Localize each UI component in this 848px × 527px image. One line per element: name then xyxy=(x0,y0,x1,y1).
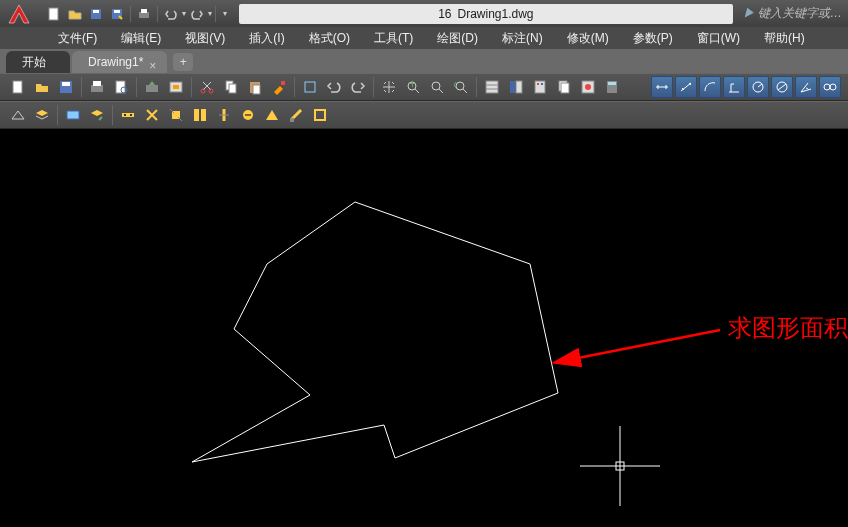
zoom-realtime-icon[interactable]: + xyxy=(402,76,424,98)
matchprop-icon[interactable] xyxy=(268,76,290,98)
dim-aligned-icon[interactable] xyxy=(675,76,697,98)
app-logo[interactable] xyxy=(0,0,40,27)
print-icon[interactable] xyxy=(86,76,108,98)
toolbar-row-2 xyxy=(0,101,848,129)
title-bar: ▾ ▾ ▾ 16 Drawing1.dwg ▶ 键入关键字或… xyxy=(0,0,848,27)
tab-add-button[interactable]: + xyxy=(173,53,193,71)
constraint9-icon[interactable] xyxy=(309,104,331,126)
paste-icon[interactable] xyxy=(244,76,266,98)
toolpalette-icon[interactable] xyxy=(529,76,551,98)
qat-customize-icon[interactable]: ▾ xyxy=(219,9,231,18)
constraint7-icon[interactable] xyxy=(261,104,283,126)
menu-help[interactable]: 帮助(H) xyxy=(752,27,817,49)
redo-icon[interactable] xyxy=(347,76,369,98)
dim-angular-icon[interactable] xyxy=(795,76,817,98)
dim-ordinate-icon[interactable] xyxy=(723,76,745,98)
vpoint-icon[interactable] xyxy=(7,104,29,126)
svg-text:+: + xyxy=(409,79,416,91)
block-icon[interactable] xyxy=(299,76,321,98)
separator xyxy=(112,105,113,125)
dropdown-icon[interactable]: ▾ xyxy=(208,9,212,18)
open-icon[interactable] xyxy=(31,76,53,98)
svg-rect-55 xyxy=(290,118,294,122)
drawing-canvas[interactable]: 求图形面积 xyxy=(0,129,848,527)
search-box[interactable]: ▶ 键入关键字或… xyxy=(737,5,848,22)
constraint4-icon[interactable] xyxy=(189,104,211,126)
save-icon[interactable] xyxy=(55,76,77,98)
constraint5-icon[interactable] xyxy=(213,104,235,126)
menu-dim[interactable]: 标注(N) xyxy=(490,27,555,49)
tab-label: Drawing1* xyxy=(88,55,143,69)
menu-view[interactable]: 视图(V) xyxy=(173,27,237,49)
tab-start[interactable]: 开始 xyxy=(6,51,70,73)
svg-point-28 xyxy=(456,82,464,90)
svg-rect-16 xyxy=(173,85,179,89)
undo-icon[interactable] xyxy=(161,4,181,24)
menu-insert[interactable]: 插入(I) xyxy=(237,27,296,49)
plot-icon[interactable] xyxy=(165,76,187,98)
separator xyxy=(130,6,131,22)
menu-param[interactable]: 参数(P) xyxy=(621,27,685,49)
constraint1-icon[interactable] xyxy=(117,104,139,126)
open-icon[interactable] xyxy=(65,4,85,24)
constraint8-icon[interactable] xyxy=(285,104,307,126)
new-icon[interactable] xyxy=(7,76,29,98)
separator xyxy=(157,6,158,22)
menu-draw[interactable]: 绘图(D) xyxy=(425,27,490,49)
svg-rect-9 xyxy=(62,82,70,86)
undo-icon[interactable] xyxy=(323,76,345,98)
title-text: 16 Drawing1.dwg xyxy=(239,4,733,24)
constraint6-icon[interactable] xyxy=(237,104,259,126)
sheetset-icon[interactable] xyxy=(553,76,575,98)
svg-rect-10 xyxy=(91,85,103,92)
menu-window[interactable]: 窗口(W) xyxy=(685,27,752,49)
svg-point-27 xyxy=(432,82,440,90)
menu-format[interactable]: 格式(O) xyxy=(297,27,362,49)
close-icon[interactable]: × xyxy=(149,55,161,67)
layerwalk-icon[interactable] xyxy=(86,104,108,126)
dim-diameter-icon[interactable] xyxy=(771,76,793,98)
dim-linear-icon[interactable] xyxy=(651,76,673,98)
menu-tools[interactable]: 工具(T) xyxy=(362,27,425,49)
dim-continue-icon[interactable] xyxy=(819,76,841,98)
svg-point-46 xyxy=(830,84,836,90)
title-version: 16 xyxy=(438,4,451,24)
quick-access-toolbar: ▾ ▾ ▾ xyxy=(40,4,235,24)
layerstate-icon[interactable] xyxy=(62,104,84,126)
pan-icon[interactable] xyxy=(378,76,400,98)
constraint3-icon[interactable] xyxy=(165,104,187,126)
menu-file[interactable]: 文件(F) xyxy=(46,27,109,49)
redo-icon[interactable] xyxy=(187,4,207,24)
dropdown-icon[interactable]: ▾ xyxy=(182,9,186,18)
canvas-svg xyxy=(0,129,848,527)
separator xyxy=(81,77,82,97)
svg-rect-23 xyxy=(281,81,285,85)
markup-icon[interactable] xyxy=(577,76,599,98)
zoom-previous-icon[interactable] xyxy=(450,76,472,98)
save-icon[interactable] xyxy=(86,4,106,24)
menu-bar: 文件(F) 编辑(E) 视图(V) 插入(I) 格式(O) 工具(T) 绘图(D… xyxy=(0,27,848,49)
dim-radius-icon[interactable] xyxy=(747,76,769,98)
cut-icon[interactable] xyxy=(196,76,218,98)
tab-drawing[interactable]: Drawing1*× xyxy=(72,51,167,73)
saveas-icon[interactable] xyxy=(107,4,127,24)
menu-edit[interactable]: 编辑(E) xyxy=(109,27,173,49)
print-preview-icon[interactable] xyxy=(110,76,132,98)
svg-point-40 xyxy=(585,84,591,90)
new-icon[interactable] xyxy=(44,4,64,24)
menu-modify[interactable]: 修改(M) xyxy=(555,27,621,49)
quickcalc-icon[interactable] xyxy=(601,76,623,98)
zoom-window-icon[interactable] xyxy=(426,76,448,98)
constraint2-icon[interactable] xyxy=(141,104,163,126)
svg-rect-6 xyxy=(141,9,147,13)
svg-rect-52 xyxy=(194,109,199,121)
copy-icon[interactable] xyxy=(220,76,242,98)
polygon-shape[interactable] xyxy=(192,202,558,462)
print-icon[interactable] xyxy=(134,4,154,24)
designcenter-icon[interactable] xyxy=(505,76,527,98)
layer-icon[interactable] xyxy=(31,104,53,126)
properties-icon[interactable] xyxy=(481,76,503,98)
publish-icon[interactable] xyxy=(141,76,163,98)
dim-arc-icon[interactable] xyxy=(699,76,721,98)
svg-rect-11 xyxy=(93,81,101,86)
